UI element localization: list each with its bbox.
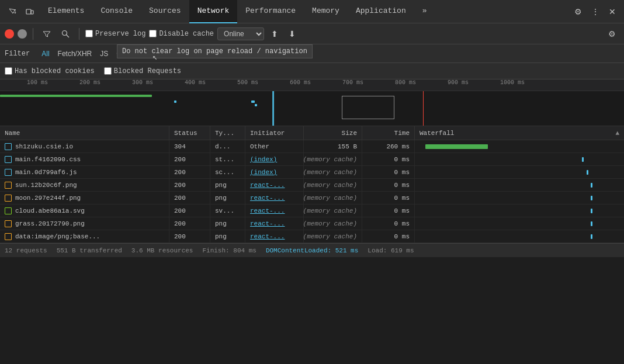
tick-100: 100 ms bbox=[27, 79, 48, 86]
tab-application[interactable]: Application bbox=[348, 0, 414, 23]
blocked-requests-input[interactable] bbox=[104, 67, 112, 75]
td-time: 0 ms bbox=[362, 204, 415, 217]
settings-icon-btn[interactable]: ⚙ bbox=[571, 5, 585, 19]
preserve-log-checkbox[interactable]: Preserve log bbox=[85, 30, 145, 38]
cursor-icon-btn[interactable] bbox=[5, 5, 20, 18]
td-status: 200 bbox=[169, 166, 210, 178]
tab-memory[interactable]: Memory bbox=[304, 0, 348, 23]
download-icon-btn[interactable]: ⬇ bbox=[285, 27, 299, 41]
status-bar: 12 requests 551 B transferred 3.6 MB res… bbox=[0, 243, 624, 257]
top-right-icons: ⚙ ⋮ ✕ bbox=[571, 5, 619, 19]
td-type: png bbox=[210, 230, 245, 242]
second-toolbar: Preserve log Disable cache Online Fast 3… bbox=[0, 23, 624, 44]
td-name: cloud.abe86a1a.svg bbox=[0, 204, 169, 217]
tab-elements[interactable]: Elements bbox=[40, 0, 92, 23]
filter-type-doc[interactable]: Doc bbox=[205, 48, 224, 59]
td-initiator: (index) bbox=[245, 166, 304, 178]
filter-type-img[interactable]: Img bbox=[136, 48, 154, 59]
th-waterfall[interactable]: Waterfall ▲ bbox=[415, 126, 624, 140]
timeline-bracket bbox=[342, 96, 394, 119]
filter-type-js[interactable]: JS bbox=[96, 48, 112, 59]
th-initiator[interactable]: Initiator bbox=[245, 126, 304, 140]
waterfall-bar-green bbox=[425, 144, 488, 149]
th-time[interactable]: Time bbox=[362, 126, 415, 140]
td-waterfall bbox=[415, 192, 624, 204]
load-line bbox=[423, 91, 424, 126]
td-waterfall bbox=[415, 179, 624, 191]
stop-button[interactable] bbox=[18, 29, 27, 39]
td-waterfall bbox=[415, 140, 624, 152]
search-icon-btn[interactable] bbox=[58, 27, 73, 40]
disable-cache-checkbox[interactable]: Disable cache bbox=[149, 30, 214, 38]
table-row[interactable]: moon.297e244f.png 200 png react-... (mem… bbox=[0, 192, 624, 204]
td-time: 0 ms bbox=[362, 179, 415, 191]
throttle-select[interactable]: Online Fast 3G Slow 3G Offline bbox=[217, 27, 264, 40]
sort-arrow: ▲ bbox=[615, 130, 619, 137]
table-row[interactable]: cloud.abe86a1a.svg 200 sv... react-... (… bbox=[0, 204, 624, 217]
filter-icon-btn[interactable] bbox=[39, 27, 54, 40]
waterfall-bar-blue bbox=[591, 196, 592, 200]
file-icon-doc bbox=[5, 156, 12, 163]
filter-type-manifest[interactable]: Manifest bbox=[245, 48, 278, 59]
filter-type-css[interactable]: CSS bbox=[113, 48, 134, 59]
td-type: png bbox=[210, 192, 245, 204]
tab-performance[interactable]: Performance bbox=[237, 0, 304, 23]
file-icon-img bbox=[5, 182, 12, 189]
has-blocked-cookies-input[interactable] bbox=[5, 67, 12, 75]
td-status: 200 bbox=[169, 179, 210, 191]
waterfall-bar-blue bbox=[591, 183, 592, 188]
td-name: data:image/png;base... bbox=[0, 230, 169, 242]
filter-type-xhr[interactable]: Fetch/XHR bbox=[54, 48, 96, 59]
td-waterfall bbox=[415, 153, 624, 165]
blocked-requests-label[interactable]: Blocked Requests bbox=[104, 67, 181, 75]
preserve-log-input[interactable] bbox=[85, 30, 93, 37]
waterfall-bar-blue bbox=[582, 157, 584, 162]
tick-600: 600 ms bbox=[290, 79, 311, 86]
upload-icon-btn[interactable]: ⬆ bbox=[268, 27, 282, 41]
th-status[interactable]: Status bbox=[169, 126, 210, 140]
filter-type-media[interactable]: Media bbox=[155, 48, 182, 59]
td-name: moon.297e244f.png bbox=[0, 192, 169, 204]
has-blocked-cookies-label[interactable]: Has blocked cookies bbox=[5, 67, 95, 75]
filter-type-ws[interactable]: WS bbox=[226, 48, 244, 59]
th-size[interactable]: Size bbox=[304, 126, 362, 140]
td-time: 0 ms bbox=[362, 166, 415, 178]
th-type[interactable]: Ty... bbox=[210, 126, 245, 140]
file-icon-img bbox=[5, 195, 12, 202]
network-settings-btn[interactable]: ⚙ bbox=[605, 27, 619, 41]
timeline-bar-1 bbox=[174, 100, 176, 103]
disable-cache-input[interactable] bbox=[149, 30, 157, 37]
td-size: 155 B bbox=[304, 140, 362, 152]
table-header: Name Status Ty... Initiator Size Time Wa… bbox=[0, 126, 624, 140]
table-row[interactable]: main.0d799af6.js 200 sc... (index) (memo… bbox=[0, 166, 624, 179]
td-size: (memory cache) bbox=[304, 192, 362, 204]
td-status: 200 bbox=[169, 204, 210, 217]
record-button[interactable] bbox=[5, 29, 14, 39]
filter-type-all[interactable]: All bbox=[38, 48, 53, 59]
tab-network[interactable]: Network bbox=[189, 0, 238, 23]
tab-more[interactable]: » bbox=[414, 0, 435, 23]
device-toggle-btn[interactable] bbox=[22, 5, 37, 18]
th-name[interactable]: Name bbox=[0, 126, 169, 140]
td-name: sun.12b20c6f.png bbox=[0, 179, 169, 191]
td-status: 200 bbox=[169, 192, 210, 204]
table-row[interactable]: sun.12b20c6f.png 200 png react-... (memo… bbox=[0, 179, 624, 192]
timeline-area: 100 ms 200 ms 300 ms 400 ms 500 ms 600 m… bbox=[0, 79, 624, 126]
tick-300: 300 ms bbox=[132, 79, 153, 86]
table-row[interactable]: sh1zuku.csie.io 304 d... Other 155 B 260… bbox=[0, 140, 624, 153]
tab-console[interactable]: Console bbox=[92, 0, 141, 23]
filter-type-other[interactable]: Other bbox=[280, 48, 304, 59]
waterfall-bar-blue bbox=[591, 234, 592, 239]
table-row[interactable]: data:image/png;base... 200 png react-...… bbox=[0, 230, 624, 243]
td-name: main.f4162090.css bbox=[0, 153, 169, 165]
table-row[interactable]: grass.20172790.png 200 png react-... (me… bbox=[0, 217, 624, 230]
more-options-btn[interactable]: ⋮ bbox=[588, 5, 603, 19]
td-initiator: react-... bbox=[245, 192, 304, 204]
filter-type-font[interactable]: Font bbox=[183, 48, 204, 59]
tick-400: 400 ms bbox=[185, 79, 206, 86]
tab-sources[interactable]: Sources bbox=[141, 0, 189, 23]
td-type: d... bbox=[210, 140, 245, 152]
close-btn[interactable]: ✕ bbox=[605, 5, 619, 19]
td-time: 0 ms bbox=[362, 192, 415, 204]
table-row[interactable]: main.f4162090.css 200 st... (index) (mem… bbox=[0, 153, 624, 166]
